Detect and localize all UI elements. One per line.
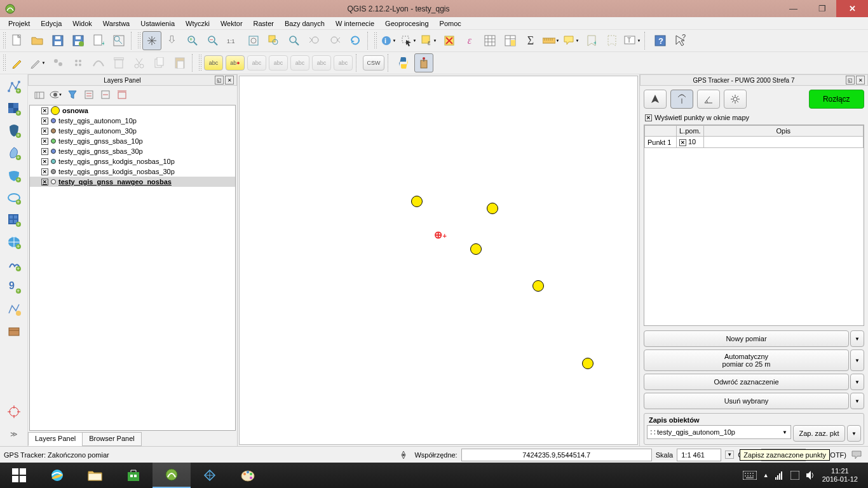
layer-row[interactable]: ✕testy_qgis_gnss_sbas_10p bbox=[30, 136, 235, 146]
refresh-icon[interactable] bbox=[346, 31, 365, 50]
layer-style-icon[interactable] bbox=[33, 88, 46, 101]
zoom-out-icon[interactable]: – bbox=[203, 31, 222, 50]
label-abc5-icon[interactable]: abc bbox=[334, 55, 353, 71]
task-qgis[interactable] bbox=[153, 463, 191, 488]
layer-checkbox[interactable]: ✕ bbox=[41, 179, 48, 186]
gps-antenna-icon[interactable] bbox=[670, 90, 693, 109]
label-yellow2-icon[interactable]: ab● bbox=[226, 55, 245, 71]
layer-row[interactable]: ✕testy_qgis_gnss_sbas_30p bbox=[30, 146, 235, 156]
layer-checkbox[interactable]: ✕ bbox=[41, 138, 48, 145]
gps-settings-icon[interactable] bbox=[724, 90, 747, 109]
save-as-icon[interactable] bbox=[69, 31, 88, 50]
add-vector-icon[interactable]: + bbox=[3, 76, 25, 97]
gps-row-name[interactable]: Punkt 1 bbox=[645, 137, 677, 148]
gps-points-table[interactable]: L.pom. Opis Punkt 1 ✕10 bbox=[644, 125, 864, 326]
stats-icon[interactable]: Σ bbox=[521, 31, 540, 50]
task-store[interactable] bbox=[114, 463, 153, 488]
label-abc1-icon[interactable]: abc bbox=[247, 55, 266, 71]
copy-icon[interactable] bbox=[150, 53, 169, 72]
layer-collapse-icon[interactable] bbox=[99, 88, 112, 101]
task-paint[interactable] bbox=[229, 463, 267, 488]
identify-icon[interactable]: i▼ bbox=[379, 31, 398, 50]
add-mssql-icon[interactable]: + bbox=[3, 165, 25, 186]
add-feature-icon[interactable] bbox=[48, 53, 67, 72]
gps-auto-dropdown[interactable]: ▼ bbox=[850, 349, 864, 371]
gps-undock-icon[interactable]: ◱ bbox=[846, 76, 855, 85]
layer-row[interactable]: ✕osnowa bbox=[30, 105, 235, 116]
keyboard-icon[interactable] bbox=[743, 471, 757, 480]
task-explorer[interactable] bbox=[76, 463, 114, 488]
add-delimited-icon[interactable]: 9+ bbox=[3, 276, 25, 297]
node-tool-icon[interactable] bbox=[89, 53, 108, 72]
coords-field[interactable]: 7424235.9,5544514.7 bbox=[461, 449, 652, 461]
bookmark-new-icon[interactable]: + bbox=[582, 31, 601, 50]
menu-edycja[interactable]: Edycja bbox=[36, 18, 66, 29]
text-annotation-icon[interactable]: T▼ bbox=[623, 31, 642, 50]
menu-bazy[interactable]: Bazy danych bbox=[280, 18, 329, 29]
otf-label[interactable]: (OTF) bbox=[828, 451, 846, 459]
scale-field[interactable]: 1:1 461 bbox=[677, 449, 721, 461]
gps-invert-button[interactable]: Odwróć zaznaczenie bbox=[644, 374, 849, 390]
layer-row[interactable]: ✕testy_qgis_gnss_kodgis_nosbas_30p bbox=[30, 166, 235, 177]
zoom-layer-icon[interactable] bbox=[285, 31, 304, 50]
panel-undock-icon[interactable]: ◱ bbox=[215, 76, 224, 85]
gps-plugin-icon[interactable] bbox=[414, 53, 433, 72]
panel-close-icon[interactable]: ✕ bbox=[225, 76, 234, 85]
add-raster-icon[interactable]: + bbox=[3, 98, 25, 119]
menu-widok[interactable]: Widok bbox=[68, 18, 97, 29]
gps-save-layer-combo[interactable]: ⸬ testy_qgis_autonom_10p▼ bbox=[647, 425, 791, 439]
expression-icon[interactable]: ε bbox=[460, 31, 479, 50]
pan-icon[interactable] bbox=[142, 31, 161, 50]
add-spatialite-icon[interactable]: + bbox=[3, 142, 25, 164]
gps-invert-dropdown[interactable]: ▼ bbox=[850, 374, 864, 390]
menu-wektor[interactable]: Wektor bbox=[216, 18, 247, 29]
label-abc3-icon[interactable]: abc bbox=[290, 55, 309, 71]
volume-icon[interactable] bbox=[806, 470, 813, 480]
layer-tree[interactable]: ✕osnowa✕testy_qgis_autonom_10p✕testy_qgi… bbox=[29, 105, 236, 431]
label-abc4-icon[interactable]: abc bbox=[312, 55, 331, 71]
new-geopackage-icon[interactable] bbox=[3, 320, 25, 342]
task-ie[interactable] bbox=[38, 463, 76, 488]
zoom-next-icon[interactable] bbox=[325, 31, 344, 50]
edit-toggle-icon[interactable] bbox=[8, 53, 27, 72]
deselect-icon[interactable] bbox=[440, 31, 459, 50]
wifi-icon[interactable] bbox=[775, 470, 784, 480]
tab-browser[interactable]: Browser Panel bbox=[82, 432, 142, 446]
paste-icon[interactable] bbox=[170, 53, 189, 72]
layer-checkbox[interactable]: ✕ bbox=[41, 148, 48, 155]
csw-icon[interactable]: CSW bbox=[363, 55, 384, 71]
coords-toggle-icon[interactable] bbox=[397, 449, 410, 461]
layer-row[interactable]: ✕testy_qgis_gnss_kodgis_nosbas_10p bbox=[30, 156, 235, 166]
layer-row[interactable]: ✕testy_qgis_autonom_30p bbox=[30, 126, 235, 136]
whats-this-icon[interactable]: ? bbox=[671, 31, 690, 50]
layer-remove-icon[interactable] bbox=[116, 88, 128, 101]
add-wfs-icon[interactable]: + bbox=[3, 254, 25, 275]
bookmarks-icon[interactable] bbox=[602, 31, 621, 50]
help-icon[interactable]: ? bbox=[651, 31, 670, 50]
menu-warstwa[interactable]: Warstwa bbox=[98, 18, 134, 29]
map-canvas[interactable]: ⊕+ bbox=[239, 76, 638, 445]
system-tray[interactable]: ▲ bbox=[743, 470, 813, 480]
gps-row-opis[interactable] bbox=[703, 137, 863, 148]
menu-internet[interactable]: W internecie bbox=[331, 18, 379, 29]
maptips-icon[interactable]: ▼ bbox=[562, 31, 581, 50]
collapse-icon[interactable]: ≫ bbox=[3, 423, 25, 445]
gps-delete-button[interactable]: Usuń wybrany bbox=[644, 393, 849, 409]
zoom-full-icon[interactable] bbox=[244, 31, 263, 50]
gps-row-lpom[interactable]: ✕10 bbox=[677, 137, 704, 148]
layer-expand-icon[interactable] bbox=[83, 88, 95, 101]
gps-save-points-button[interactable]: Zap. zaz. pkt bbox=[793, 425, 845, 442]
layer-visibility-icon[interactable]: ▼ bbox=[50, 88, 62, 101]
new-composer-icon[interactable]: + bbox=[89, 31, 108, 50]
layer-filter-icon[interactable] bbox=[66, 88, 79, 101]
add-postgis-icon[interactable]: + bbox=[3, 120, 25, 142]
gps-new-dropdown[interactable]: ▼ bbox=[850, 330, 864, 347]
open-icon[interactable] bbox=[28, 31, 47, 50]
maximize-button[interactable]: ❐ bbox=[808, 0, 836, 17]
select-icon[interactable]: ▼ bbox=[399, 31, 418, 50]
gps-close-icon[interactable]: ✕ bbox=[856, 76, 865, 85]
menu-pomoc[interactable]: Pomoc bbox=[435, 18, 466, 29]
layer-checkbox[interactable]: ✕ bbox=[41, 128, 48, 135]
action-center-icon[interactable] bbox=[790, 471, 799, 480]
layer-checkbox[interactable]: ✕ bbox=[41, 158, 48, 165]
